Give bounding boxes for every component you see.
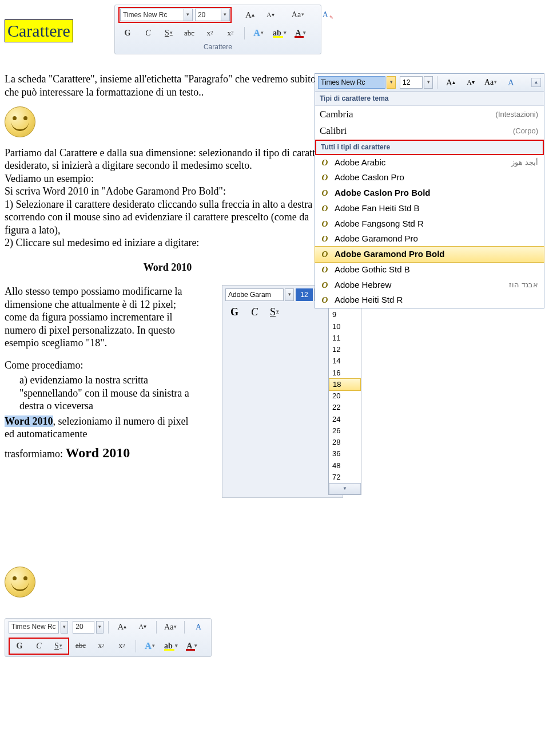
paragraph-2e: 2) Cliccare sul medesimo ed iniziare a d… — [5, 237, 199, 248]
fl-grow[interactable]: A▴ — [441, 76, 460, 89]
underline-button[interactable]: S▾ — [160, 26, 178, 40]
italic-button[interactable]: C — [139, 26, 157, 40]
size-option[interactable]: 16 — [329, 367, 361, 379]
subscript-2[interactable]: x2 — [92, 639, 110, 653]
paragraph-2a: Partiamo dal Carattere e dalla sua dimen… — [5, 147, 328, 172]
font-item[interactable]: OAdobe Garamond Pro Bold — [315, 246, 544, 263]
list-item-a: a) evidenziamo la nostra scritta "spenne… — [5, 374, 199, 413]
sp-italic[interactable]: C — [245, 305, 264, 319]
fl-shrink[interactable]: A▾ — [462, 76, 480, 89]
theme-fonts-header: Tipi di carattere tema — [315, 92, 544, 106]
size-option[interactable]: 12 — [329, 344, 361, 355]
paragraph-2b: Vediamo un esempio: — [5, 173, 94, 184]
size-option[interactable]: 11 — [329, 333, 361, 344]
highlight-button[interactable]: ab▾ — [270, 26, 289, 40]
font-size-input-2[interactable]: 20 — [73, 621, 94, 634]
effects-2[interactable]: A▾ — [141, 639, 159, 653]
ribbon-group-label: Carattere — [115, 42, 321, 54]
size-option[interactable]: 28 — [329, 437, 361, 448]
font-name-input[interactable]: Times New Rc — [120, 9, 184, 21]
size-option[interactable]: 36 — [329, 448, 361, 460]
word-large: Word 2010 — [65, 445, 130, 460]
paragraph-3: Allo stesso tempo possiamo modificarne l… — [5, 286, 182, 349]
size-option[interactable]: 20 — [329, 390, 361, 402]
font-item[interactable]: OAdobe Hebrewאבגד הוז — [315, 278, 544, 293]
bold-2[interactable]: G — [10, 639, 29, 653]
bold-button[interactable]: G — [118, 26, 137, 40]
paragraph-2c: Si scriva Word 2010 in "Adobe Garamond P… — [5, 185, 226, 197]
smiley-icon-2 — [5, 567, 35, 597]
sp-bold[interactable]: G — [225, 305, 244, 319]
size-option[interactable]: 14 — [329, 355, 361, 367]
font-dropdown-panel: Times New Rc ▾ 12 ▾ A▴ A▾ Aa▾ A ▲ Tipi d… — [315, 73, 544, 308]
fl-case[interactable]: Aa▾ — [482, 76, 500, 89]
superscript-button[interactable]: x2 — [221, 26, 240, 40]
font-item[interactable]: OAdobe Garamond Pro — [315, 231, 544, 247]
font-color-button[interactable]: A▾ — [292, 26, 310, 40]
clear-formatting-button[interactable]: A✎ — [316, 8, 335, 22]
grow-font-2[interactable]: A▴ — [113, 620, 131, 634]
size-panel: Adobe Garam ▾ 12 ▾ G C S▾ ▲8910111214161… — [222, 285, 343, 498]
subscript-button[interactable]: x2 — [201, 26, 219, 40]
highlight-2[interactable]: ab▾ — [161, 639, 181, 653]
sizepanel-font-dd[interactable]: ▾ — [285, 288, 294, 301]
all-fonts-header: Tutti i tipi di carattere — [315, 140, 544, 155]
font-item[interactable]: OAdobe Caslon Pro — [315, 170, 544, 185]
superscript-2[interactable]: x2 — [113, 639, 131, 653]
size-option[interactable]: 18 — [329, 378, 361, 391]
size-option[interactable]: 26 — [329, 425, 361, 437]
page-title: Carattere — [5, 19, 73, 42]
font-size-input[interactable]: 20 — [195, 9, 221, 21]
shrink-font-button[interactable]: A▾ — [261, 8, 280, 22]
fontlist-font-dd[interactable]: ▾ — [387, 76, 396, 89]
theme-font-item[interactable]: Cambria(Intestazioni) — [315, 106, 544, 122]
theme-font-item[interactable]: Calibri(Corpo) — [315, 122, 544, 139]
size-option[interactable]: 10 — [329, 321, 361, 333]
font-item[interactable]: OAdobe Caslon Pro Bold — [315, 185, 544, 201]
size-scroll-down[interactable]: ▼ — [329, 483, 361, 494]
paragraph-4: Come procediamo: — [5, 359, 199, 372]
font-dd-2[interactable]: ▾ — [61, 621, 68, 634]
fl-clear[interactable]: A — [502, 76, 520, 89]
ribbon-carattere-top: Times New Rc ▾ 20 ▾ A▴ A▾ Aa▾ A✎ G C S▾ … — [114, 5, 321, 54]
sp-underline[interactable]: S▾ — [265, 305, 284, 319]
font-item[interactable]: OAdobe Fan Heiti Std B — [315, 201, 544, 216]
fontlist-font[interactable]: Times New Rc — [318, 76, 385, 89]
sizepanel-font[interactable]: Adobe Garam — [225, 288, 284, 301]
size-option[interactable]: 9 — [329, 309, 361, 320]
font-name-input-2[interactable]: Times New Rc — [9, 621, 59, 634]
size-list[interactable]: 891011121416182022242628364872▼ — [328, 297, 361, 495]
italic-2[interactable]: C — [30, 639, 48, 653]
size-option[interactable]: 22 — [329, 402, 361, 413]
underline-2[interactable]: S▾ — [49, 639, 67, 653]
font-dropdown-icon[interactable]: ▾ — [184, 9, 193, 21]
size-option[interactable]: 72 — [329, 472, 361, 483]
paragraph-4c-pre: trasformiamo: — [5, 448, 65, 460]
font-item[interactable]: OAdobe Heiti Std R — [315, 292, 544, 308]
paragraph-2d: 1) Selezionare il carattere desiderato c… — [5, 199, 320, 236]
smiley-icon — [5, 106, 35, 137]
text-effects-button[interactable]: A▾ — [249, 26, 268, 40]
font-item[interactable]: OAdobe Arabicأبجد هوز — [315, 155, 544, 171]
fontcolor-2[interactable]: A▾ — [183, 639, 201, 653]
size-option[interactable]: 48 — [329, 460, 361, 472]
word-sample: Word 2010 — [5, 261, 331, 274]
grow-font-button[interactable]: A▴ — [241, 8, 259, 22]
case-2[interactable]: Aa▾ — [161, 620, 180, 634]
strike-2[interactable]: abc — [71, 639, 90, 653]
fontlist-size[interactable]: 12 — [400, 76, 423, 89]
size-dropdown-icon[interactable]: ▾ — [221, 9, 230, 21]
size-option[interactable]: 24 — [329, 414, 361, 425]
ribbon-carattere-bottom: Times New Rc ▾ 20 ▾ A▴ A▾ Aa▾ A G C S▾ a… — [5, 618, 212, 657]
sizepanel-current[interactable]: 12 — [296, 288, 313, 301]
clear-2[interactable]: A — [189, 620, 208, 634]
font-item[interactable]: OAdobe Fangsong Std R — [315, 216, 544, 232]
highlighted-word: Word 2010 — [5, 415, 53, 427]
strikethrough-button[interactable]: abc — [180, 26, 198, 40]
size-dd-2[interactable]: ▾ — [96, 621, 104, 634]
shrink-font-2[interactable]: A▾ — [133, 620, 152, 634]
scroll-up-icon[interactable]: ▲ — [531, 78, 541, 87]
fontlist-size-dd[interactable]: ▾ — [424, 76, 433, 89]
change-case-button[interactable]: Aa▾ — [289, 8, 307, 22]
font-item[interactable]: OAdobe Gothic Std B — [315, 262, 544, 278]
